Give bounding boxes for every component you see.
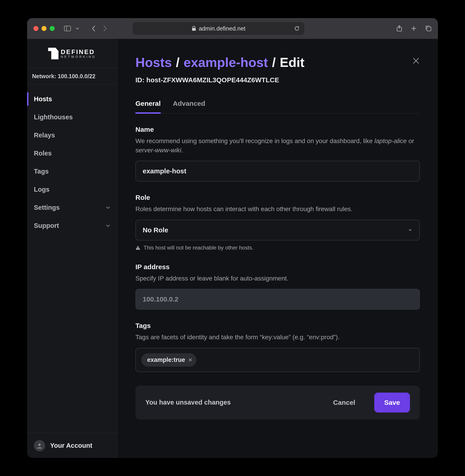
name-input[interactable]	[136, 161, 420, 181]
sidebar-item-lighthouses[interactable]: Lighthouses	[27, 108, 117, 126]
breadcrumb-action: Edit	[280, 55, 305, 70]
unsaved-message: You have unsaved changes	[145, 399, 231, 406]
brand-logo[interactable]: DEFINED NETWORKING	[27, 39, 117, 68]
main-content: Hosts / example-host / Edit ID: host-ZFX…	[117, 39, 438, 458]
section-role: Role Roles determine how hosts can inter…	[136, 194, 420, 251]
role-warning: This host will not be reachable by other…	[136, 244, 420, 251]
tabs: General Advanced	[136, 100, 420, 113]
svg-rect-0	[64, 26, 71, 31]
back-button[interactable]	[92, 25, 96, 32]
svg-rect-2	[192, 28, 196, 31]
share-icon[interactable]	[396, 25, 402, 32]
field-label: Role	[136, 194, 420, 201]
ip-input	[136, 289, 420, 310]
section-tags: Tags Tags are facets of identity and tak…	[136, 322, 420, 372]
reload-icon[interactable]	[294, 25, 300, 32]
save-button[interactable]: Save	[374, 393, 410, 412]
account-label: Your Account	[50, 442, 92, 449]
browser-window: admin.defined.net DEFINED NETWO	[27, 18, 438, 458]
host-id: ID: host-ZFXWWA6MZIL3QOPE444Z6WTLCE	[136, 76, 420, 84]
breadcrumb-host[interactable]: example-host	[183, 55, 268, 70]
role-select[interactable]: No Role	[136, 220, 420, 241]
brand-mark-icon	[48, 48, 58, 59]
close-panel-button[interactable]	[412, 57, 420, 65]
address-bar-text: admin.defined.net	[199, 25, 246, 32]
svg-rect-14	[138, 249, 138, 249]
svg-rect-7	[427, 27, 431, 31]
sidebar-item-roles[interactable]: Roles	[27, 144, 117, 162]
unsaved-changes-bar: You have unsaved changes Cancel Save	[136, 386, 420, 420]
breadcrumb-sep: /	[176, 55, 180, 70]
field-hint: Roles determine how hosts can interact w…	[136, 205, 420, 214]
tag-chip: example:true	[141, 353, 196, 367]
sidebar-item-label: Support	[34, 222, 59, 229]
sidebar-toggle-icon[interactable]	[64, 26, 71, 31]
caret-down-icon	[408, 228, 413, 232]
section-ip: IP address Specify IP address or leave b…	[136, 263, 420, 310]
field-hint: Tags are facets of identity and take the…	[136, 333, 420, 342]
field-label: Tags	[136, 322, 420, 330]
sidebar-item-label: Logs	[34, 186, 49, 193]
field-hint: We recommend using something you'll reco…	[136, 136, 420, 155]
svg-marker-11	[409, 229, 412, 231]
new-tab-icon[interactable]	[411, 25, 417, 32]
warning-text: This host will not be reachable by other…	[144, 244, 254, 251]
svg-rect-13	[138, 247, 138, 248]
field-label: IP address	[136, 263, 420, 271]
tags-input[interactable]: example:true	[136, 348, 420, 372]
avatar-icon	[34, 440, 45, 451]
browser-chrome: admin.defined.net	[27, 18, 438, 39]
sidebar-nav: Hosts Lighthouses Relays Roles Tags Logs	[27, 85, 117, 433]
breadcrumb-sep: /	[272, 55, 276, 70]
brand-name: DEFINED	[61, 49, 96, 55]
sidebar-item-logs[interactable]: Logs	[27, 180, 117, 199]
role-selected-value: No Role	[143, 226, 168, 234]
breadcrumb: Hosts / example-host / Edit	[136, 55, 420, 70]
tab-label: General	[136, 100, 161, 107]
sidebar-item-label: Settings	[34, 204, 60, 211]
chevron-down-icon	[106, 223, 110, 228]
address-bar[interactable]: admin.defined.net	[133, 22, 304, 35]
sidebar-item-label: Relays	[34, 132, 55, 139]
tab-advanced[interactable]: Advanced	[173, 100, 205, 113]
sidebar-item-support[interactable]: Support	[27, 217, 117, 235]
network-label: Network: 100.100.0.0/22	[32, 73, 95, 79]
sidebar-item-hosts[interactable]: Hosts	[27, 90, 117, 108]
minimize-window-button[interactable]	[42, 26, 46, 31]
section-name: Name We recommend using something you'll…	[136, 126, 420, 181]
tag-chip-label: example:true	[147, 356, 185, 364]
tab-list-dropdown-icon[interactable]	[75, 26, 79, 31]
field-hint: Specify IP address or leave blank for au…	[136, 274, 420, 283]
warning-icon	[136, 245, 140, 250]
network-selector[interactable]: Network: 100.100.0.0/22	[27, 68, 117, 85]
sidebar: DEFINED NETWORKING Network: 100.100.0.0/…	[27, 39, 117, 458]
sidebar-item-label: Hosts	[34, 95, 52, 103]
forward-button[interactable]	[103, 25, 107, 32]
sidebar-item-label: Tags	[34, 168, 49, 175]
svg-point-8	[38, 444, 41, 446]
lock-icon	[192, 26, 196, 31]
breadcrumb-root[interactable]: Hosts	[136, 55, 172, 70]
sidebar-item-settings[interactable]: Settings	[27, 199, 117, 217]
sidebar-item-relays[interactable]: Relays	[27, 126, 117, 144]
tab-label: Advanced	[173, 100, 205, 107]
account-menu[interactable]: Your Account	[27, 433, 117, 458]
remove-tag-icon[interactable]	[188, 358, 192, 362]
sidebar-item-label: Roles	[34, 150, 52, 157]
tab-overview-icon[interactable]	[425, 25, 432, 32]
maximize-window-button[interactable]	[50, 26, 55, 31]
close-window-button[interactable]	[33, 26, 38, 31]
window-controls	[33, 26, 55, 31]
sidebar-item-tags[interactable]: Tags	[27, 162, 117, 180]
tab-general[interactable]: General	[136, 100, 161, 114]
chevron-down-icon	[106, 205, 110, 210]
sidebar-item-label: Lighthouses	[34, 113, 73, 121]
cancel-button[interactable]: Cancel	[323, 393, 365, 412]
app-body: DEFINED NETWORKING Network: 100.100.0.0/…	[27, 39, 438, 458]
brand-subname: NETWORKING	[61, 55, 96, 58]
field-label: Name	[136, 126, 420, 133]
